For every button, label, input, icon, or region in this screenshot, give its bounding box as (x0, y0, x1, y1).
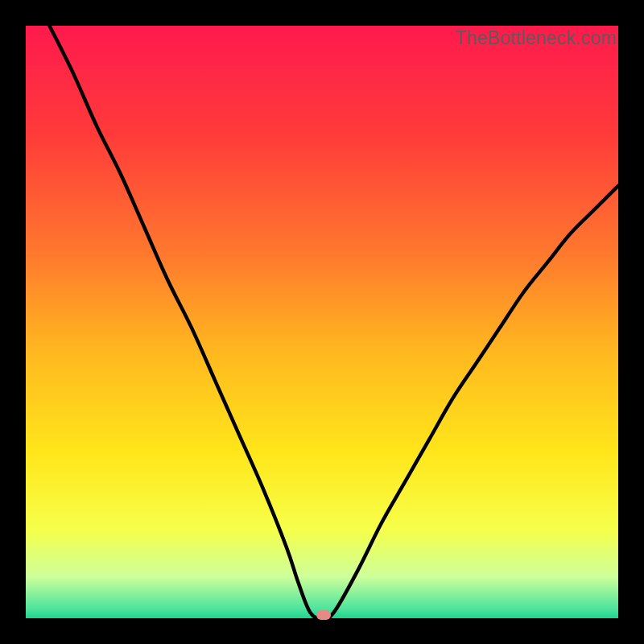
bottleneck-curve (26, 26, 618, 618)
watermark-text: TheBottleneck.com (456, 27, 617, 49)
minimum-marker (316, 610, 331, 620)
plot-area (26, 26, 618, 618)
